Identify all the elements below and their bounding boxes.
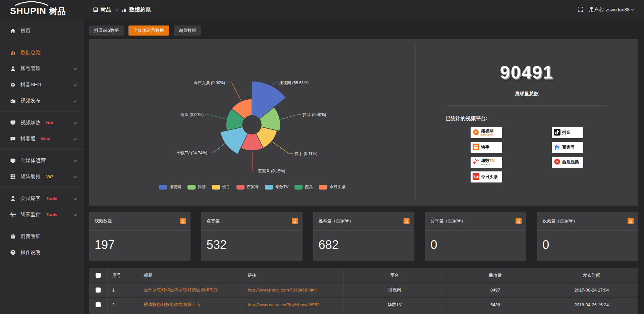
table-row: 1室外水纹灯和室内水纹灯的区别和简介http://www.boosj.com/7…	[89, 282, 638, 297]
svg-text:?: ?	[12, 250, 14, 254]
sidebar-item-home[interactable]: 首页	[0, 23, 84, 39]
sidebar-item-video-heating[interactable]: 视频加热Hot	[0, 114, 84, 130]
select-all-checkbox[interactable]	[96, 273, 101, 278]
platform-logo-kuaishou: 快手	[471, 142, 502, 153]
fullscreen-icon[interactable]	[578, 7, 583, 13]
summary-section: 90491 展现量总数 已统计的视频平台: 播视网boosj.com快手华数TV…	[415, 39, 638, 206]
platform-subtext: boosj.com	[481, 134, 494, 136]
platform-share-pie-chart[interactable]: 播视网 (65.61%)抖音 (9.40%)快手 (0.11%)百家号 (0.1…	[89, 39, 415, 206]
stat-card-share-count: 分享量（百家号）总0	[425, 212, 526, 261]
counted-platforms-label: 已统计的视频平台:	[445, 115, 487, 122]
legend-item[interactable]: 西瓜	[294, 184, 313, 190]
stat-title: 视频数量	[95, 218, 112, 224]
stat-title: 推荐量（百家号）	[319, 218, 354, 224]
user-menu[interactable]: 用户名: zswodun88	[589, 7, 635, 13]
pie-label: 快手 (0.11%)	[294, 151, 317, 156]
chevron-down-icon	[73, 66, 77, 71]
video-title-link[interactable]: 楼体投影灯投影效果震撼上市	[144, 302, 201, 308]
tab-inquiry-data[interactable]: 询盘数据	[174, 25, 201, 36]
row-index: 1	[107, 282, 139, 297]
breadcrumb-separator: >	[115, 7, 118, 12]
row-checkbox[interactable]	[96, 287, 101, 293]
username-label: 用户名:	[589, 7, 604, 13]
total-badge: 总	[516, 218, 522, 224]
sidebar-item-label: 账号管理	[20, 65, 41, 72]
sidebar-divider	[0, 149, 84, 150]
legend-item[interactable]: 今日头条	[319, 184, 345, 190]
legend-item[interactable]: 华数TV	[265, 184, 288, 190]
total-impressions-value: 90491	[415, 62, 638, 83]
sidebar-divider	[0, 225, 84, 225]
sidebar-item-media-operation[interactable]: 全媒体运营	[0, 152, 84, 168]
legend-swatch	[265, 185, 273, 190]
user-icon	[10, 66, 16, 71]
sidebar-item-consumption-detail[interactable]: 消费明细	[0, 228, 84, 244]
column-header: 序号	[107, 268, 139, 282]
sidebar-item-video-publish[interactable]: 视频发布	[0, 93, 84, 109]
chat-icon	[10, 136, 16, 142]
video-url-link[interactable]: http://www.wasu.cn/Play/show/id/952...	[248, 302, 323, 307]
sidebar-item-label: 消费明细	[20, 233, 41, 240]
sidebar-badge: VIP	[46, 174, 53, 179]
sidebar-badge: Tools	[46, 212, 57, 217]
platform-name: 播视网	[481, 129, 494, 134]
legend-swatch	[236, 185, 245, 190]
sidebar-item-label: 全媒体运营	[20, 157, 46, 164]
video-url-link[interactable]: http://www.boosj.com/7338468.html	[248, 287, 317, 293]
home-icon	[10, 28, 16, 34]
sidebar-item-label: 数据总览	[20, 49, 41, 56]
chevron-down-icon	[73, 212, 77, 217]
legend-label: 西瓜	[305, 184, 313, 190]
pie-slice-4[interactable]	[220, 127, 248, 154]
total-impressions-label: 展现量总数	[415, 91, 638, 97]
legend-item[interactable]: 快手	[212, 184, 230, 190]
legend-item[interactable]: 播视网	[159, 184, 181, 190]
legend-label: 华数TV	[275, 184, 288, 190]
pie-label: 播视网 (65.61%)	[279, 81, 309, 85]
platform-subtext: wasu.cn	[481, 163, 495, 165]
stat-value: 682	[319, 238, 415, 252]
platform-logo-toutiao: 头条今日头条	[471, 171, 502, 182]
stat-cards-row: 视频数量总197点赞量总532推荐量（百家号）总682分享量（百家号）总0收藏量…	[89, 212, 638, 261]
sidebar-badge: Hot	[46, 120, 53, 125]
overview-chart-panel: 播视网 (65.61%)抖音 (9.40%)快手 (0.11%)百家号 (0.1…	[89, 39, 638, 206]
sidebar-item-matrix-boost[interactable]: 矩阵助推VIP	[0, 168, 84, 185]
legend-item[interactable]: 百家号	[236, 184, 259, 190]
logo-arc	[14, 1, 49, 6]
stat-title: 点赞量	[207, 218, 220, 224]
stat-card-favorite-count: 收藏量（百家号）总0	[537, 212, 638, 261]
pie-label: 今日头条 (0.00%)	[194, 81, 225, 85]
app-grid-icon	[93, 7, 98, 12]
column-header: 平台	[343, 268, 446, 282]
sidebar-item-account-management[interactable]: 账号管理	[0, 60, 84, 76]
sidebar-divider	[0, 111, 84, 112]
sliders-icon	[10, 212, 16, 217]
sidebar-item-operation-guide[interactable]: ?操作说明	[0, 244, 84, 260]
platform-name: 华数TV	[481, 159, 495, 163]
sidebar-item-clue-monitor[interactable]: 线索监控Tools	[0, 206, 84, 222]
row-platform: 播视网	[343, 282, 446, 297]
tab-douyin-seo-data[interactable]: 抖音seo数据	[89, 25, 124, 36]
breadcrumb-root[interactable]: 树品	[101, 6, 111, 13]
tab-media-operation-data[interactable]: 全媒体运营数据	[128, 25, 169, 36]
sidebar-item-label: 抖音SEO	[20, 82, 41, 88]
platform-name: 西瓜视频	[562, 160, 579, 164]
sidebar-item-member-booster[interactable]: 会员爆客Tools	[0, 190, 84, 206]
row-checkbox[interactable]	[96, 302, 101, 307]
sidebar-item-data-overview[interactable]: 数据总览	[0, 44, 84, 60]
legend-label: 百家号	[247, 184, 259, 190]
column-header: 链接	[243, 268, 343, 282]
sidebar-divider	[0, 187, 84, 188]
platform-logo-baijiahao: 百百家号	[552, 142, 583, 153]
legend-swatch	[187, 185, 196, 190]
chart-icon	[10, 50, 16, 55]
summary-divider	[446, 105, 607, 106]
sidebar-item-douketong[interactable]: 抖客通New	[0, 130, 84, 147]
column-header: 发布时间	[545, 268, 638, 282]
total-badge: 总	[180, 218, 186, 224]
platform-logos-left: 播视网boosj.com快手华数TVwasu.cn头条今日头条	[471, 127, 502, 182]
sidebar-item-douyin-seo[interactable]: 抖音SEO	[0, 76, 84, 93]
video-title-link[interactable]: 室外水纹灯和室内水纹灯的区别和简介	[144, 287, 218, 293]
platform-name: 抖音	[562, 130, 571, 135]
legend-item[interactable]: 抖音	[187, 184, 206, 190]
